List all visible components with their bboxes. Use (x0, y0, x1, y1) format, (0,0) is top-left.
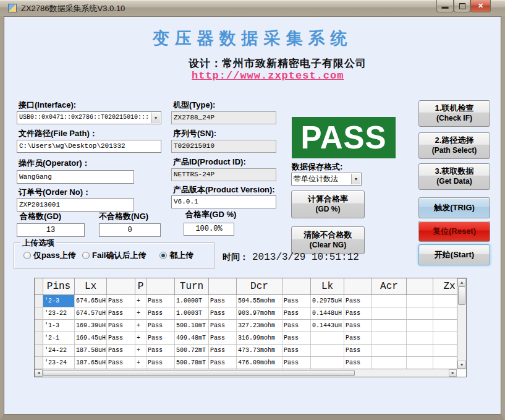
cell[interactable]: Pass (209, 357, 237, 369)
cell[interactable]: 500.72mT (175, 345, 209, 356)
cell[interactable] (372, 307, 407, 319)
table-row[interactable]: '1-3169.39uHPass+Pass500.10mTPass327.23m… (35, 320, 466, 332)
cell[interactable]: 674.57uH (75, 307, 107, 319)
scroll-left-icon[interactable]: ◄ (35, 369, 43, 377)
row-header[interactable] (35, 332, 43, 344)
cell[interactable]: Pass (344, 320, 372, 332)
chevron-down-icon[interactable]: ▼ (151, 113, 160, 123)
cell[interactable] (372, 320, 407, 332)
col-header-blank[interactable] (35, 278, 43, 294)
cell[interactable] (407, 345, 433, 356)
cell[interactable]: 476.09mohm (237, 357, 282, 369)
cell[interactable]: Pass (107, 345, 135, 356)
cell[interactable]: Pass (107, 320, 135, 332)
cell[interactable] (407, 295, 433, 307)
cell[interactable]: + (135, 320, 146, 332)
col-header-blank[interactable] (146, 278, 175, 294)
row-header[interactable] (35, 345, 43, 356)
cell[interactable]: Pass (282, 307, 311, 319)
operator-field[interactable]: WangGang (17, 170, 134, 184)
website-link[interactable]: http://www.zxptest.com (192, 70, 344, 82)
cell[interactable]: Pass (344, 295, 372, 307)
cell[interactable]: Pass (344, 345, 372, 356)
cell[interactable]: Pass (344, 332, 372, 344)
cell[interactable]: Pass (107, 295, 135, 307)
cell[interactable]: 500.10mT (175, 320, 209, 332)
vertical-scrollbar[interactable]: ▲ ▼ (457, 278, 466, 369)
col-header-lk[interactable]: Lk (311, 278, 344, 294)
col-header-dcr[interactable]: Dcr (237, 278, 282, 294)
col-header-blank[interactable] (107, 278, 135, 294)
cell[interactable]: Pass (209, 307, 237, 319)
table-row[interactable]: '2-3674.65uHPass+Pass1.0000TPass594.55mo… (35, 295, 466, 307)
row-header[interactable] (35, 295, 43, 307)
row-header[interactable] (35, 307, 43, 319)
cell[interactable]: 1.0003T (175, 307, 209, 319)
cell[interactable]: 500.78mT (175, 357, 209, 369)
cell[interactable]: + (135, 307, 146, 319)
col-header-acr[interactable]: Acr (372, 278, 407, 294)
col-header-blank[interactable] (344, 278, 372, 294)
cell[interactable]: 903.97mohm (237, 307, 282, 319)
cell[interactable]: Pass (146, 320, 175, 332)
vertical-scroll-thumb[interactable] (458, 286, 465, 305)
row-header[interactable] (35, 357, 43, 369)
cell[interactable]: 473.73mohm (237, 345, 282, 356)
cell[interactable] (407, 357, 433, 369)
horizontal-scroll-thumb[interactable] (43, 370, 355, 376)
cell[interactable]: 0.2975uH (311, 295, 344, 307)
cell[interactable]: + (135, 345, 146, 356)
radio-fail-confirm[interactable]: Fail确认后上传 (82, 250, 146, 261)
cell[interactable]: '2-3 (43, 295, 75, 307)
cell[interactable] (372, 332, 407, 344)
col-header-pins[interactable]: Pins (43, 278, 75, 294)
cell[interactable]: Pass (209, 320, 237, 332)
table-row[interactable]: '24-22187.58uHPass+Pass500.72mTPass473.7… (35, 345, 466, 357)
scroll-down-icon[interactable]: ▼ (457, 361, 466, 369)
cell[interactable]: 674.65uH (75, 295, 107, 307)
cell[interactable]: 0.1443uH (311, 320, 344, 332)
ng-count-field[interactable]: 0 (99, 223, 161, 237)
cell[interactable] (372, 357, 407, 369)
cell[interactable]: 0.1448uH (311, 307, 344, 319)
cell[interactable]: Pass (146, 357, 175, 369)
reset-button[interactable]: 复位(Reset) (418, 221, 490, 242)
maximize-button[interactable] (454, 0, 470, 12)
cell[interactable]: Pass (146, 332, 175, 344)
cell[interactable]: + (135, 295, 146, 307)
row-header[interactable] (35, 320, 43, 332)
order-no-field[interactable]: ZXP2013001 (17, 198, 134, 212)
cell[interactable]: 1.0000T (175, 295, 209, 307)
cell[interactable] (311, 357, 344, 369)
col-header-turn[interactable]: Turn (175, 278, 209, 294)
calc-rate-button[interactable]: 计算合格率(GD %) (291, 191, 365, 218)
cell[interactable]: Pass (209, 332, 237, 344)
cell[interactable] (311, 332, 344, 344)
col-header-blank[interactable] (282, 278, 311, 294)
cell[interactable]: Pass (209, 295, 237, 307)
save-format-combo[interactable]: 带单位计数法 ▼ (291, 173, 362, 186)
cell[interactable]: Pass (282, 295, 311, 307)
cell[interactable] (407, 320, 433, 332)
cell[interactable]: '2-1 (43, 332, 75, 344)
start-button[interactable]: 开始(Start) (418, 244, 490, 265)
cell[interactable] (407, 332, 433, 344)
cell[interactable]: Pass (209, 345, 237, 356)
radio-upload-all[interactable]: 都上传 (159, 250, 193, 261)
col-header-blank[interactable] (209, 278, 237, 294)
cell[interactable]: 187.58uH (75, 345, 107, 356)
path-select-button[interactable]: 2.路径选择(Path Select) (418, 132, 490, 159)
cell[interactable]: Pass (344, 357, 372, 369)
get-data-button[interactable]: 3.获取数据(Get Data) (418, 163, 490, 190)
col-header-p[interactable]: P (135, 278, 146, 294)
cell[interactable]: '23-24 (43, 357, 75, 369)
check-if-button[interactable]: 1.联机检查(Check IF) (418, 100, 490, 127)
gd-rate-field[interactable]: 100.0% (184, 223, 234, 236)
cell[interactable]: '1-3 (43, 320, 75, 332)
gd-count-field[interactable]: 13 (17, 223, 85, 237)
minimize-button[interactable]: ▬ (436, 0, 454, 12)
cell[interactable]: 327.23mohm (237, 320, 282, 332)
cell[interactable]: '24-22 (43, 345, 75, 356)
cell[interactable]: '23-22 (43, 307, 75, 319)
cell[interactable]: Pass (282, 320, 311, 332)
